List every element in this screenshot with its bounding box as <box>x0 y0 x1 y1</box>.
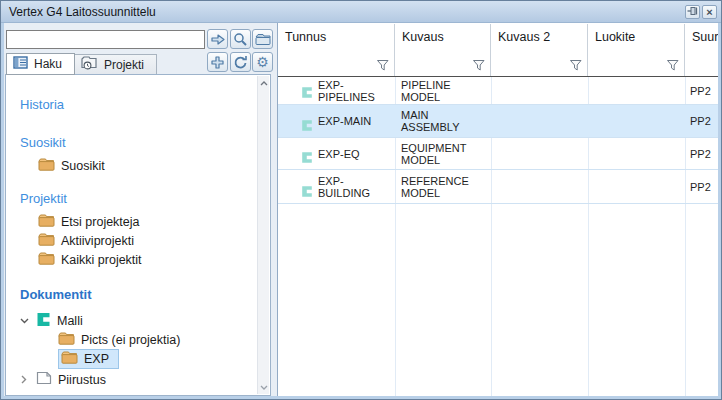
tree-item-exp[interactable]: EXP <box>58 349 256 368</box>
tree-section-projektit[interactable]: Projektit <box>20 191 256 207</box>
cell-luokite <box>588 170 685 203</box>
cell-kuvaus2 <box>491 138 588 169</box>
go-button[interactable] <box>207 29 228 49</box>
folder-icon <box>38 233 55 249</box>
column-label: Suur <box>692 30 718 44</box>
folder-icon <box>38 158 55 174</box>
tab-bar: Haku Projekti <box>6 53 157 75</box>
tree-section-suosikit[interactable]: Suosikit <box>20 135 256 151</box>
tree-item-piirustus[interactable]: Piirustus <box>18 370 256 389</box>
tab-label: Haku <box>34 57 62 71</box>
add-button[interactable] <box>207 52 228 72</box>
column-header-kuvaus2[interactable]: Kuvaus 2 <box>491 24 588 76</box>
tree-item-label: EXP <box>84 352 109 366</box>
tree-selection: EXP <box>58 349 119 369</box>
cell-tunnus: EXP-PIPELINES <box>318 79 395 103</box>
tree-item-aktiiviprojekti[interactable]: Aktiiviprojekti <box>38 231 256 250</box>
open-folder-button[interactable] <box>252 29 273 49</box>
chevron-right-icon[interactable] <box>18 375 30 384</box>
tree-item-label: Kaikki projektit <box>61 253 142 267</box>
table-row-selected[interactable]: EXP-MAIN MAIN ASSEMBLY PP2 <box>278 105 721 138</box>
cell-tunnus: EXP-BUILDING <box>318 175 395 199</box>
cell-luokite <box>588 105 685 137</box>
cell-kuvaus: PIPELINE MODEL <box>395 77 491 104</box>
folder-icon <box>38 252 55 268</box>
filter-funnel-icon[interactable] <box>375 59 390 73</box>
gear-icon: ⚙ <box>256 55 269 69</box>
filter-funnel-icon[interactable] <box>568 59 583 73</box>
plus-icon <box>210 55 225 70</box>
cell-kuvaus2 <box>491 170 588 203</box>
close-button[interactable]: × <box>702 5 717 19</box>
filter-funnel-icon[interactable] <box>471 59 486 73</box>
column-header-luokite[interactable]: Luokite <box>588 24 685 76</box>
table-row[interactable]: EXP-EQ EQUIPMENT MODEL PP2 <box>278 138 721 170</box>
pin-button[interactable] <box>685 5 700 19</box>
scroll-up-icon[interactable] <box>258 76 270 90</box>
navigation-tree: Historia Suosikit Suosikit Projektit Ets… <box>6 75 256 395</box>
settings-button[interactable]: ⚙ <box>252 52 273 72</box>
close-icon: × <box>706 7 712 18</box>
tree-item-suosikit[interactable]: Suosikit <box>38 156 256 175</box>
cell-tunnus: EXP-EQ <box>318 148 360 160</box>
column-label: Tunnus <box>285 30 326 44</box>
tree-scrollbar[interactable] <box>257 76 269 394</box>
cell-luokite <box>588 138 685 169</box>
titlebar-buttons: × <box>683 5 717 19</box>
titlebar: Vertex G4 Laitossuunnittelu × <box>1 1 721 23</box>
cell-kuvaus2 <box>491 105 588 137</box>
folder-icon <box>58 332 75 348</box>
column-header-suur[interactable]: Suur <box>685 24 721 76</box>
pin-icon <box>687 6 698 18</box>
folder-clock-icon <box>81 56 98 73</box>
refresh-icon <box>233 55 248 70</box>
cell-kuvaus2 <box>491 77 588 104</box>
tree-item-label: Malli <box>57 314 83 328</box>
model-icon <box>301 119 313 134</box>
window-title: Vertex G4 Laitossuunnittelu <box>1 5 156 19</box>
tree-item-label: Piirustus <box>58 373 106 387</box>
model-icon <box>301 86 313 101</box>
tree-item-malli[interactable]: Malli <box>18 311 256 330</box>
tree-item-label: Picts (ei projektia) <box>81 333 180 347</box>
cell-suur: PP2 <box>685 170 721 203</box>
model-icon <box>36 312 51 330</box>
model-icon <box>301 185 313 200</box>
table-row[interactable]: EXP-PIPELINES PIPELINE MODEL PP2 <box>278 77 721 105</box>
tree-item-label: Suosikit <box>61 159 105 173</box>
table-body: EXP-PIPELINES PIPELINE MODEL PP2 EXP-MAI… <box>278 77 721 399</box>
arrow-right-icon <box>210 32 226 47</box>
left-panel: ⚙ Haku Projekti Historia Suosikit Suosik… <box>1 23 277 399</box>
folder-icon <box>255 33 271 46</box>
column-label: Luokite <box>595 30 635 44</box>
tab-projekti[interactable]: Projekti <box>75 54 157 75</box>
list-icon <box>13 56 28 72</box>
tree-item-etsi-projekteja[interactable]: Etsi projekteja <box>38 212 256 231</box>
column-header-kuvaus[interactable]: Kuvaus <box>395 24 491 76</box>
tree-item-label: Etsi projekteja <box>61 215 140 229</box>
scroll-down-icon[interactable] <box>258 380 270 394</box>
column-header-tunnus[interactable]: Tunnus <box>278 24 395 76</box>
folder-icon <box>38 214 55 230</box>
cell-suur: PP2 <box>685 77 721 104</box>
document-table-panel: Tunnus Kuvaus Kuvaus 2 Luokite Suur <box>277 23 721 399</box>
table-header: Tunnus Kuvaus Kuvaus 2 Luokite Suur <box>278 24 721 76</box>
column-label: Kuvaus 2 <box>498 30 550 44</box>
cell-kuvaus: EQUIPMENT MODEL <box>395 138 491 169</box>
chevron-down-icon[interactable] <box>18 318 30 324</box>
tree-section-historia[interactable]: Historia <box>20 97 256 113</box>
tab-haku[interactable]: Haku <box>6 53 75 75</box>
magnifier-icon <box>233 32 248 47</box>
cell-kuvaus: MAIN ASSEMBLY <box>395 105 491 137</box>
refresh-button[interactable] <box>230 52 251 72</box>
cell-tunnus: EXP-MAIN <box>318 115 371 127</box>
cell-suur: PP2 <box>685 105 721 137</box>
tree-item-picts[interactable]: Picts (ei projektia) <box>58 330 256 349</box>
cell-suur: PP2 <box>685 138 721 169</box>
filter-funnel-icon[interactable] <box>665 59 680 73</box>
tree-section-dokumentit[interactable]: Dokumentit <box>20 287 256 303</box>
table-row[interactable]: EXP-BUILDING REFERENCE MODEL PP2 <box>278 170 721 204</box>
search-input[interactable] <box>6 30 205 49</box>
search-button[interactable] <box>230 29 251 49</box>
tree-item-kaikki-projektit[interactable]: Kaikki projektit <box>38 250 256 269</box>
